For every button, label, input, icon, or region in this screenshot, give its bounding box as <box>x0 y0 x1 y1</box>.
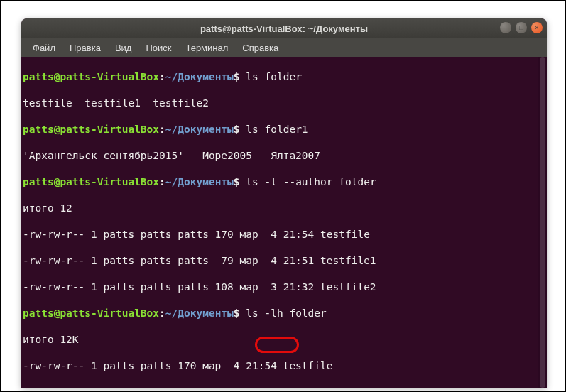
output-line: итого 12 <box>23 202 545 215</box>
close-button[interactable]: × <box>531 22 543 33</box>
scrollbar[interactable] <box>538 57 547 388</box>
output-line: -rw-rw-r-- 1 patts patts 170 мар 4 21:54… <box>23 359 545 373</box>
output-line: -rw-rw-r-- 1 patts patts 79 мар 4 21:51 … <box>23 386 545 388</box>
menu-view[interactable]: Вид <box>109 41 138 55</box>
window-controls: – □ × <box>500 22 543 33</box>
prompt-dollar: $ <box>234 124 240 135</box>
prompt-path: ~/Документы <box>165 176 234 187</box>
titlebar: patts@patts-VirtualBox: ~/Документы – □ … <box>21 18 547 38</box>
prompt-colon: : <box>159 71 165 82</box>
prompt-path: ~/Документы <box>165 307 234 319</box>
prompt-path: ~/Документы <box>165 71 234 82</box>
menu-terminal[interactable]: Терминал <box>180 41 234 55</box>
terminal-window: patts@patts-VirtualBox: ~/Документы – □ … <box>21 18 547 388</box>
prompt-colon: : <box>159 176 165 187</box>
window-title: patts@patts-VirtualBox: ~/Документы <box>21 23 547 34</box>
prompt-colon: : <box>159 124 165 135</box>
menu-help[interactable]: Справка <box>236 41 284 55</box>
prompt-user: patts@patts-VirtualBox <box>23 176 159 187</box>
command-text: ls folder1 <box>240 124 308 135</box>
prompt-dollar: $ <box>234 71 240 82</box>
prompt-user: patts@patts-VirtualBox <box>23 71 159 82</box>
command-text: ls -l --author folder <box>240 176 376 187</box>
command-text: ls folder <box>240 71 302 82</box>
output-line: -rw-rw-r-- 1 patts patts patts 108 мар 3… <box>23 281 545 294</box>
menu-file[interactable]: Файл <box>27 41 61 55</box>
menu-edit[interactable]: Правка <box>64 41 107 55</box>
prompt-colon: : <box>159 307 165 319</box>
output-line: testfile testfile1 testfile2 <box>23 97 545 110</box>
prompt-dollar: $ <box>234 176 240 187</box>
prompt-user: patts@patts-VirtualBox <box>23 307 159 319</box>
output-line: -rw-rw-r-- 1 patts patts patts 79 мар 4 … <box>23 254 545 268</box>
prompt-user: patts@patts-VirtualBox <box>23 124 159 135</box>
prompt-path: ~/Документы <box>165 124 234 135</box>
output-line: 'Архангельск сентябрь2015' Море2005 Ялта… <box>23 149 545 163</box>
maximize-button[interactable]: □ <box>516 22 527 33</box>
menu-search[interactable]: Поиск <box>140 41 177 55</box>
minimize-button[interactable]: – <box>500 22 511 33</box>
menubar: Файл Правка Вид Поиск Терминал Справка <box>21 38 547 57</box>
output-line: итого 12K <box>23 333 545 347</box>
terminal-content[interactable]: patts@patts-VirtualBox:~/Документы$ ls f… <box>21 57 547 388</box>
command-text: ls -lh folder <box>240 307 327 319</box>
prompt-dollar: $ <box>234 307 240 319</box>
output-line: -rw-rw-r-- 1 patts patts patts 170 мар 4… <box>23 228 545 241</box>
scrollbar-thumb[interactable] <box>540 57 545 388</box>
